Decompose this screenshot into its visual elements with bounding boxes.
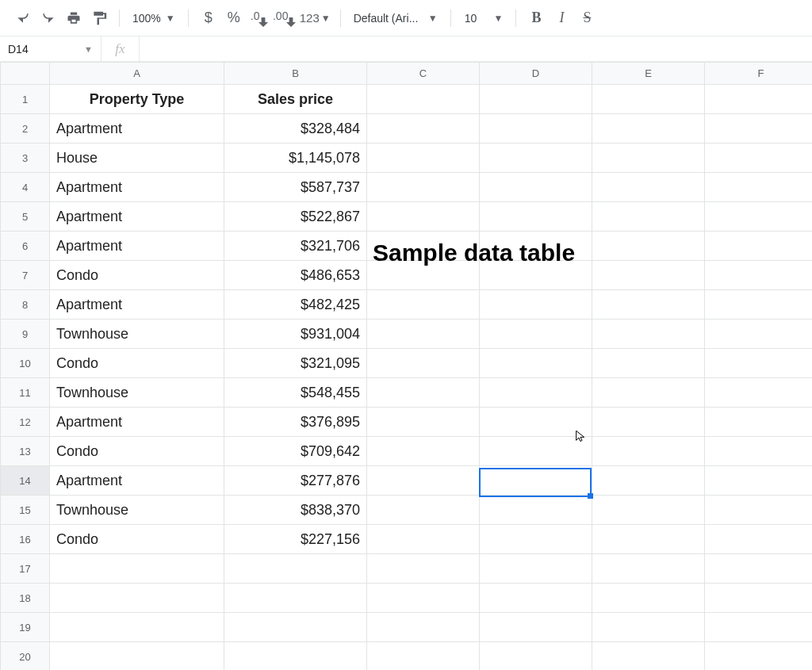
cell-E19[interactable] [592,613,705,642]
cell-A3[interactable]: House [50,144,224,173]
increase-decimal-button[interactable]: .00 [273,6,297,30]
row-header-20[interactable]: 20 [1,642,50,671]
strikethrough-button[interactable]: S [575,6,599,30]
cell-F17[interactable] [705,554,813,584]
cell-D13[interactable] [480,437,592,466]
cell-D11[interactable] [480,378,592,408]
cell-A20[interactable] [50,642,224,671]
cell-B7[interactable]: $486,653 [224,261,367,290]
cell-A18[interactable] [50,584,224,613]
cell-E3[interactable] [592,144,705,173]
cell-C9[interactable] [367,320,480,349]
cell-C8[interactable] [367,290,480,320]
paint-format-button[interactable] [87,6,111,30]
cell-C19[interactable] [367,613,480,642]
column-header-B[interactable]: B [224,63,367,85]
cell-C2[interactable] [367,114,480,144]
italic-button[interactable]: I [550,6,573,30]
row-header-5[interactable]: 5 [1,202,50,232]
cell-E13[interactable] [592,437,705,466]
cell-C7[interactable] [367,261,480,290]
undo-button[interactable] [11,6,35,30]
cell-A10[interactable]: Condo [50,349,224,378]
cell-F1[interactable] [705,85,813,114]
decrease-decimal-button[interactable]: .0 [247,6,271,30]
column-header-A[interactable]: A [50,63,224,85]
cell-F9[interactable] [705,320,813,349]
cell-B10[interactable]: $321,095 [224,349,367,378]
row-header-10[interactable]: 10 [1,349,50,378]
cell-A4[interactable]: Apartment [50,173,224,202]
cell-A1[interactable]: Property Type [50,85,224,114]
cell-E6[interactable] [592,232,705,261]
currency-format-button[interactable]: $ [197,6,220,30]
column-header-E[interactable]: E [592,63,705,85]
cell-F3[interactable] [705,144,813,173]
row-header-17[interactable]: 17 [1,554,50,584]
cell-F19[interactable] [705,613,813,642]
cell-E11[interactable] [592,378,705,408]
cell-D19[interactable] [480,613,592,642]
cell-D15[interactable] [480,496,592,525]
zoom-dropdown[interactable]: 100% ▼ [128,6,180,30]
cell-F6[interactable] [705,232,813,261]
cell-B8[interactable]: $482,425 [224,290,367,320]
font-family-dropdown[interactable]: Default (Ari... ▼ [349,6,442,30]
cell-C11[interactable] [367,378,480,408]
cell-B13[interactable]: $709,642 [224,437,367,466]
cell-D1[interactable] [480,85,592,114]
cell-F18[interactable] [705,584,813,613]
cell-A5[interactable]: Apartment [50,202,224,232]
cell-F13[interactable] [705,437,813,466]
sheet-area[interactable]: A B C D E F 1Property TypeSales price2Ap… [0,62,812,670]
cell-B9[interactable]: $931,004 [224,320,367,349]
row-header-16[interactable]: 16 [1,525,50,554]
cell-A6[interactable]: Apartment [50,232,224,261]
cell-E18[interactable] [592,584,705,613]
cell-D17[interactable] [480,554,592,584]
bold-button[interactable]: B [524,6,548,30]
cell-D16[interactable] [480,525,592,554]
cell-C5[interactable] [367,202,480,232]
cell-F14[interactable] [705,466,813,496]
cell-E14[interactable] [592,466,705,496]
cell-A11[interactable]: Townhouse [50,378,224,408]
cell-A13[interactable]: Condo [50,437,224,466]
row-header-19[interactable]: 19 [1,613,50,642]
cell-D6[interactable] [480,232,592,261]
formula-input[interactable] [140,36,812,61]
cell-D2[interactable] [480,114,592,144]
row-header-13[interactable]: 13 [1,437,50,466]
cell-B15[interactable]: $838,370 [224,496,367,525]
row-header-7[interactable]: 7 [1,261,50,290]
cell-E9[interactable] [592,320,705,349]
cell-E5[interactable] [592,202,705,232]
cell-D8[interactable] [480,290,592,320]
cell-C14[interactable] [367,466,480,496]
cell-B2[interactable]: $328,484 [224,114,367,144]
cell-F10[interactable] [705,349,813,378]
cell-B1[interactable]: Sales price [224,85,367,114]
column-header-D[interactable]: D [480,63,592,85]
cell-E16[interactable] [592,525,705,554]
row-header-3[interactable]: 3 [1,144,50,173]
cell-C20[interactable] [367,642,480,671]
cell-D12[interactable] [480,408,592,437]
cell-E20[interactable] [592,642,705,671]
cell-C15[interactable] [367,496,480,525]
redo-button[interactable] [36,6,60,30]
row-header-18[interactable]: 18 [1,584,50,613]
name-box[interactable]: D14 ▼ [0,36,102,61]
cell-E1[interactable] [592,85,705,114]
cell-B5[interactable]: $522,867 [224,202,367,232]
row-header-1[interactable]: 1 [1,85,50,114]
cell-F5[interactable] [705,202,813,232]
cell-D5[interactable] [480,202,592,232]
cell-E12[interactable] [592,408,705,437]
cell-E8[interactable] [592,290,705,320]
cell-B20[interactable] [224,642,367,671]
row-header-2[interactable]: 2 [1,114,50,144]
cell-F20[interactable] [705,642,813,671]
cell-A19[interactable] [50,613,224,642]
cell-D20[interactable] [480,642,592,671]
